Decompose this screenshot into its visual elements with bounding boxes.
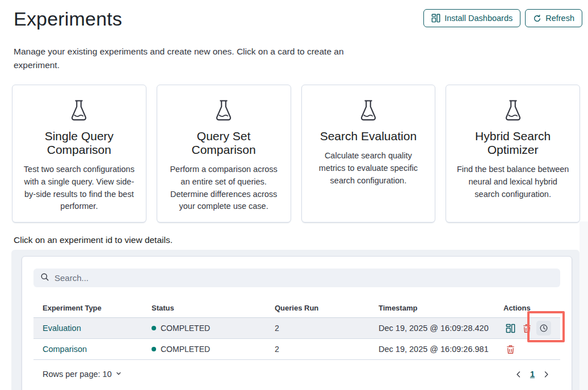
page-number-1[interactable]: 1 [530,370,535,379]
card-description: Perform a comparison across an entire se… [165,163,283,213]
card-query-set-comparison[interactable]: Query Set Comparison Perform a compariso… [157,85,291,223]
rows-per-page-label: Rows per page: 10 [43,370,112,379]
column-header-status[interactable]: Status [152,304,275,312]
experiments-table: Experiment Type Status Queries Run Times… [33,303,560,360]
dashboard-icon [431,14,440,23]
card-title: Query Set Comparison [165,129,283,157]
card-single-query-comparison[interactable]: Single Query Comparison Test two search … [12,85,146,223]
refresh-button[interactable]: Refresh [525,9,582,27]
card-description: Test two search configurations with a si… [20,163,138,213]
rows-per-page-button[interactable]: Rows per page: 10 [43,370,122,379]
card-search-evaluation[interactable]: Search Evaluation Calculate search quali… [301,85,436,223]
card-description: Find the best balance between neural and… [454,163,572,200]
column-header-experiment-type[interactable]: Experiment Type [33,304,152,312]
table-hint: Click on an experiment id to view detail… [14,235,588,245]
flask-icon [212,99,235,124]
queries-run-value: 2 [275,324,379,333]
card-title: Search Evaluation [310,129,427,143]
card-hybrid-search-optimizer[interactable]: Hybrid Search Optimizer Find the best ba… [446,85,580,223]
flask-icon [357,99,380,124]
timestamp-value: Dec 19, 2025 @ 16:09:26.981 [379,345,503,354]
search-box [33,269,560,287]
flask-icon [502,99,524,124]
refresh-label: Refresh [545,14,574,23]
card-description: Calculate search quality metrics to eval… [310,150,427,187]
page-header: Experiments Install Dashboards Refresh [0,0,588,30]
page-background-gutter [579,221,588,390]
refresh-icon [533,14,541,23]
experiments-table-panel: Experiment Type Status Queries Run Times… [22,256,572,390]
table-header-row: Experiment Type Status Queries Run Times… [33,303,560,318]
column-header-queries-run[interactable]: Queries Run [275,304,379,312]
install-dashboards-button[interactable]: Install Dashboards [423,9,520,27]
search-icon [40,272,49,284]
clock-icon[interactable] [536,321,551,336]
experiment-link-evaluation[interactable]: Evaluation [43,324,81,333]
status-dot [152,326,156,330]
trash-icon[interactable] [503,342,517,356]
experiment-link-comparison[interactable]: Comparison [43,345,87,354]
chevron-down-icon [115,370,122,379]
page-description: Manage your existing experiments and cre… [14,45,346,72]
status-badge: COMPLETED [161,324,210,333]
flask-icon [68,99,90,124]
column-header-actions: Actions [503,304,560,312]
table-pagination: Rows per page: 10 1 [33,370,560,379]
page-title: Experiments [14,8,122,30]
card-title: Single Query Comparison [20,129,138,157]
table-row: Evaluation COMPLETED 2 Dec 19, 2025 @ 16… [33,318,560,339]
status-dot [152,347,156,351]
card-title: Hybrid Search Optimizer [454,129,572,157]
install-dashboards-label: Install Dashboards [444,14,513,23]
status-badge: COMPLETED [161,345,210,354]
table-row: Comparison COMPLETED 2 Dec 19, 2025 @ 16… [33,339,560,360]
trash-icon[interactable] [520,321,534,335]
previous-page-icon[interactable] [515,371,522,378]
header-actions: Install Dashboards Refresh [423,8,582,27]
queries-run-value: 2 [275,345,379,354]
column-header-timestamp[interactable]: Timestamp [379,304,503,312]
search-input[interactable] [54,273,553,283]
view-dashboard-icon[interactable] [503,321,517,335]
experiment-cards: Single Query Comparison Test two search … [12,85,580,223]
experiments-panel: Experiment Type Status Queries Run Times… [11,250,579,390]
timestamp-value: Dec 19, 2025 @ 16:09:28.420 [379,324,503,333]
next-page-icon[interactable] [543,371,550,378]
